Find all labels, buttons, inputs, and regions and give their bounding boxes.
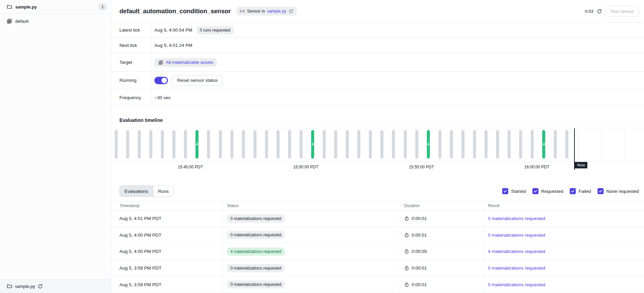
result-link[interactable]: 0 materializations requested [488, 216, 545, 221]
timeline-tick-bar[interactable] [126, 130, 129, 159]
evaluation-timeline-chart: 4444Now [114, 128, 644, 162]
timeline-tick-bar[interactable] [461, 130, 465, 159]
cell-result: 0 materializations requested [484, 227, 644, 243]
filter-none-requested[interactable]: None requested [598, 188, 639, 194]
latest-tick-result-badge: 0 runs requested [196, 26, 234, 34]
evaluation-timeline-section: Evaluation timeline 4444Now 15:45:00 PDT… [111, 117, 644, 171]
timeline-tick-bar[interactable] [207, 130, 210, 159]
filter-failed[interactable]: Failed [570, 188, 591, 194]
refresh-icon[interactable] [597, 9, 602, 14]
filter-label: Started [511, 189, 526, 194]
filter-label: Requested [541, 189, 563, 194]
timeline-tick-bar[interactable] [149, 130, 152, 159]
timeline-tick-bar[interactable] [565, 130, 568, 159]
checkbox-none-requested[interactable] [598, 188, 604, 194]
timeline-tick-bar-requested[interactable]: 4 [542, 130, 545, 159]
timeline-tick-bar[interactable] [415, 130, 418, 159]
footer-code-location-name: sample.py [15, 284, 35, 289]
tab-runs[interactable]: Runs [153, 186, 174, 197]
filter-requested[interactable]: Requested [532, 188, 563, 194]
timeline-tick-bar[interactable] [323, 130, 326, 159]
timeline-tick-bar-requested[interactable]: 4 [427, 130, 430, 159]
timeline-tick-bar[interactable] [346, 130, 349, 159]
sidebar-item-label: default [15, 19, 29, 24]
filter-started[interactable]: Started [502, 188, 526, 194]
timeline-tick-bar[interactable] [138, 130, 141, 159]
timeline-tick-bar[interactable] [230, 130, 233, 159]
result-link[interactable]: 0 materializations requested [488, 233, 545, 238]
timeline-axis-tick-label: 15:45:00 PDT [178, 165, 203, 169]
table-row[interactable]: Aug 5, 3:59 PM PDT0 materializations req… [111, 260, 644, 277]
timeline-tick-bar[interactable] [334, 130, 337, 159]
timeline-tick-bar-requested[interactable]: 4 [311, 130, 314, 159]
latest-tick-label: Latest tick [111, 23, 151, 37]
timeline-tick-bar[interactable] [473, 130, 476, 159]
timeline-tick-bar[interactable] [531, 130, 534, 159]
timeline-tick-bar[interactable] [554, 130, 557, 159]
test-sensor-button[interactable]: Test sensor [605, 6, 639, 17]
column-header-result: Result [484, 201, 644, 210]
table-row[interactable]: Aug 5, 3:59 PM PDT0 materializations req… [111, 276, 644, 293]
evaluations-toolbar: Evaluations Runs StartedRequestedFailedN… [119, 185, 639, 197]
target-assets-link[interactable]: All materializable assets [154, 58, 217, 67]
sidebar-code-location-header[interactable]: sample.py 1 [0, 0, 111, 14]
timeline-tick-bar[interactable] [253, 130, 257, 159]
timeline-tick-bar[interactable] [300, 130, 303, 159]
checkbox-started[interactable] [502, 188, 508, 194]
timeline-tick-bar[interactable] [519, 130, 522, 159]
asset-grid-icon [158, 60, 163, 65]
result-link[interactable]: 0 materializations requested [488, 265, 545, 271]
timeline-tick-bar[interactable] [380, 130, 383, 159]
running-toggle[interactable] [154, 77, 168, 84]
timeline-tick-bar[interactable] [450, 130, 453, 159]
asset-group-icon [7, 18, 12, 24]
timeline-tick-bar[interactable] [357, 130, 360, 159]
timeline-tick-bar[interactable] [277, 130, 280, 159]
latest-tick-row: Latest tick Aug 5, 4:00:54 PM 0 runs req… [111, 23, 644, 38]
timeline-tick-bar[interactable] [508, 130, 511, 159]
timeline-tick-bar[interactable] [161, 130, 164, 159]
timeline-axis-tick-label: 15:50:00 PDT [293, 165, 318, 169]
timeline-axis-tick-label: 15:55:00 PDT [409, 165, 434, 169]
table-row[interactable]: Aug 5, 4:01 PM PDT0 materializations req… [111, 210, 644, 227]
timeline-tick-bar[interactable] [242, 130, 245, 159]
reload-location-icon[interactable] [38, 284, 43, 289]
column-header-status: Status [223, 201, 400, 210]
timeline-tick-bar[interactable] [369, 130, 372, 159]
timeline-tick-bar[interactable] [184, 130, 187, 159]
main-content: default_automation_condition_sensor Sens… [111, 0, 644, 293]
tab-evaluations[interactable]: Evaluations [120, 186, 153, 197]
timeline-tick-bar[interactable] [172, 130, 175, 159]
timeline-tick-bar[interactable] [496, 130, 499, 159]
stopwatch-icon [404, 265, 409, 271]
sensor-origin-link[interactable]: sample.py [267, 9, 286, 14]
timeline-tick-bar[interactable] [404, 130, 407, 159]
result-link[interactable]: 4 materializations requested [488, 249, 545, 254]
timeline-tick-bar-requested[interactable]: 4 [195, 130, 198, 159]
table-row[interactable]: Aug 5, 4:00 PM PDT4 materializations req… [111, 243, 644, 260]
next-tick-row: Next tick Aug 5, 4:01:24 PM [111, 38, 644, 53]
reset-sensor-status-button[interactable]: Reset sensor status [172, 75, 223, 86]
cell-duration: 0:00:01 [400, 276, 484, 293]
timeline-tick-bar[interactable] [115, 130, 118, 159]
timeline-tick-bar[interactable] [265, 130, 268, 159]
timeline-tick-bar[interactable] [485, 130, 488, 159]
result-link[interactable]: 0 materializations requested [488, 282, 545, 287]
cell-timestamp: Aug 5, 4:01 PM PDT [111, 210, 223, 227]
folder-icon [7, 4, 12, 10]
timeline-tick-bar[interactable] [392, 130, 395, 159]
table-header-row: TimestampStatusDurationResult [111, 201, 644, 210]
cell-result: 0 materializations requested [484, 260, 644, 276]
timeline-tick-bar[interactable] [288, 130, 291, 159]
timeline-tick-bar[interactable] [438, 130, 441, 159]
next-tick-label: Next tick [111, 38, 151, 53]
checkbox-failed[interactable] [570, 188, 576, 194]
target-value-cell: All materializable assets [151, 53, 217, 71]
table-row[interactable]: Aug 5, 4:00 PM PDT0 materializations req… [111, 227, 644, 244]
timeline-tick-bar[interactable] [219, 130, 222, 159]
checkbox-requested[interactable] [532, 188, 538, 194]
reload-origin-icon[interactable] [289, 9, 293, 14]
sidebar-item-default-group[interactable]: default [0, 15, 111, 27]
sidebar-footer: sample.py [0, 279, 111, 293]
cell-timestamp: Aug 5, 3:59 PM PDT [111, 260, 223, 276]
